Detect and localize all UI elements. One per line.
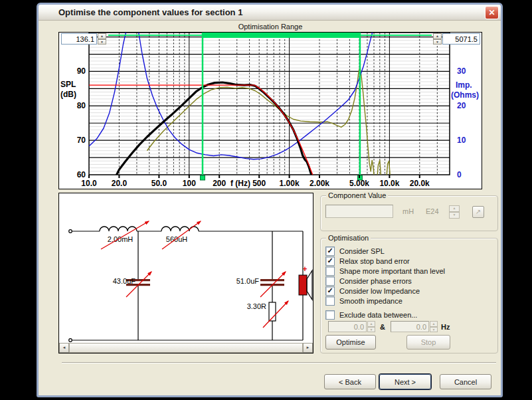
resistor-R1[interactable]: 3.30R — [247, 301, 288, 328]
checkbox-shape-more-important-than-level[interactable]: Shape more important than level — [325, 266, 495, 276]
checkbox-box[interactable] — [325, 266, 335, 276]
resistor-R1-value: 3.30R — [247, 302, 266, 310]
checkbox-label: Exclude data between... — [339, 311, 417, 319]
range-min-input[interactable] — [61, 33, 97, 45]
component-value-series: E24 — [426, 207, 439, 215]
x-tick-label: 50.0 — [151, 179, 167, 188]
y-left-tick-label: 90 — [77, 66, 86, 76]
optimisation-checkboxes: ✓Consider SPL✓Relax stop band errorShape… — [325, 246, 495, 320]
close-icon[interactable]: ✕ — [485, 6, 499, 19]
range-max-spinner[interactable]: ▲ ▼ — [433, 33, 442, 45]
y-left-axis-title: (dB) — [60, 90, 76, 99]
checkbox-box[interactable] — [325, 296, 335, 306]
circuit-horizontal-scrollbar[interactable]: ◄ ► — [59, 343, 313, 353]
checkbox-label: Consider SPL — [339, 247, 385, 255]
inductor-L2[interactable]: 560uH — [161, 221, 201, 249]
spl-impedance-chart: 10.020.050.01002005001.00k2.00k5.00k10.0… — [59, 33, 482, 189]
x-tick-label: 100 — [183, 179, 196, 188]
x-tick-label: 1.00k — [280, 179, 300, 188]
speaker-plus-label: + — [302, 264, 307, 274]
inductor-L2-value: 560uH — [166, 235, 187, 243]
x-tick-label: 5.00k — [349, 179, 369, 188]
checkbox-consider-phase-errors[interactable]: Consider phase errors — [325, 276, 495, 286]
x-tick-label: 10.0 — [81, 179, 97, 188]
checkbox-box[interactable] — [325, 276, 335, 286]
checkbox-label: Consider low Impedance — [339, 287, 420, 295]
checkbox-relax-stop-band-error[interactable]: ✓Relax stop band error — [325, 256, 495, 266]
checkbox-label: Shape more important than level — [339, 267, 445, 275]
y-left-axis-title: SPL — [60, 80, 76, 89]
range-max-input[interactable] — [442, 33, 480, 45]
checkbox-consider-low-impedance[interactable]: ✓Consider low Impedance — [325, 286, 495, 296]
inductor-L1[interactable]: 2.00mH — [100, 221, 149, 249]
next-button[interactable]: Next > — [379, 374, 431, 389]
scroll-left-icon[interactable]: ◄ — [59, 343, 69, 353]
y-left-tick-label: 80 — [77, 101, 86, 110]
back-button[interactable]: < Back — [324, 374, 376, 389]
speaker-icon[interactable]: + — [299, 264, 312, 300]
optimise-button[interactable]: Optimise — [325, 335, 376, 350]
optimisation-range-bar[interactable] — [203, 33, 360, 38]
ampersand-label: & — [380, 323, 385, 331]
exclude-to-input — [391, 321, 429, 332]
checkbox-box[interactable]: ✓ — [325, 247, 335, 256]
spin-down-icon: ▼ — [367, 327, 375, 333]
spin-down-icon[interactable]: ▼ — [433, 39, 442, 45]
spin-down-icon: ▼ — [449, 212, 460, 219]
capacitor-C2[interactable]: 51.0uF — [236, 272, 286, 297]
checkbox-consider-spl[interactable]: ✓Consider SPL — [325, 246, 495, 256]
stop-button: Stop — [406, 335, 450, 350]
x-tick-label: 20.0k — [410, 179, 430, 188]
checkbox-smooth-impedance[interactable]: Smooth impedance — [325, 296, 495, 306]
checkbox-box[interactable]: ✓ — [325, 256, 335, 266]
spin-down-icon[interactable]: ▼ — [98, 39, 106, 45]
crossover-schematic: 2.00mH 560uH 43.0uF 51.0uF 3.30R + — [59, 193, 313, 342]
hz-label: Hz — [441, 323, 450, 331]
checkbox-exclude-data-between[interactable]: Exclude data between... — [325, 310, 495, 320]
y-right-tick-label: 10 — [457, 136, 466, 145]
x-tick-label: 500 — [252, 179, 266, 188]
footer-divider — [62, 362, 496, 363]
screen-background: Optimise the component values for sectio… — [0, 0, 532, 400]
inductor-L1-value: 2.00mH — [108, 235, 133, 243]
title-bar[interactable]: Optimise the component values for sectio… — [39, 5, 501, 21]
x-axis-title: f (Hz) — [230, 179, 250, 188]
optimisation-range-label: Optimisation Range — [58, 23, 482, 31]
scroll-right-icon[interactable]: ► — [303, 343, 313, 353]
component-value-title: Component Value — [326, 191, 388, 199]
exclude-from-spinner: ▲ ▼ — [367, 321, 375, 332]
component-value-unit: mH — [402, 207, 414, 215]
scrollbar-thumb[interactable] — [69, 343, 303, 353]
component-value-input — [325, 205, 393, 218]
range-min-spinner[interactable]: ▲ ▼ — [98, 33, 106, 45]
curve-optimised-spl — [116, 82, 312, 180]
spin-up-icon: ▲ — [430, 321, 438, 327]
capacitor-C1-value: 43.0uF — [113, 277, 136, 285]
x-tick-label: 200 — [213, 179, 226, 188]
checkbox-box[interactable]: ✓ — [325, 286, 335, 296]
fine-tune-icon: ↗ — [472, 206, 484, 218]
x-tick-label: 10.0k — [379, 179, 399, 188]
checkbox-label: Smooth impedance — [339, 297, 402, 305]
y-right-tick-label: 20 — [457, 101, 466, 110]
spin-up-icon[interactable]: ▲ — [98, 33, 106, 39]
x-tick-label: 20.0 — [112, 179, 128, 188]
checkbox-label: Relax stop band error — [339, 257, 410, 265]
y-right-axis-title: (Ohms) — [451, 90, 479, 100]
spin-up-icon[interactable]: ▲ — [433, 33, 442, 39]
x-tick-label: 2.00k — [310, 179, 329, 188]
y-right-axis-title: Imp. — [456, 80, 472, 90]
window-title: Optimise the component values for sectio… — [58, 7, 242, 17]
range-handle-min[interactable] — [200, 175, 205, 180]
checkbox-label: Consider phase errors — [339, 277, 412, 285]
spin-up-icon: ▲ — [367, 321, 375, 327]
spin-down-icon: ▼ — [430, 327, 438, 333]
checkbox-box[interactable] — [325, 310, 335, 320]
y-right-tick-label: 0 — [457, 170, 462, 179]
capacitor-C1[interactable]: 43.0uF — [113, 272, 151, 297]
exclude-to-spinner: ▲ ▼ — [430, 321, 438, 332]
cancel-button[interactable]: Cancel — [440, 374, 491, 389]
component-value-spinner: ▲ ▼ — [449, 205, 460, 219]
y-left-tick-label: 60 — [77, 170, 86, 179]
capacitor-C2-value: 51.0uF — [236, 277, 260, 285]
